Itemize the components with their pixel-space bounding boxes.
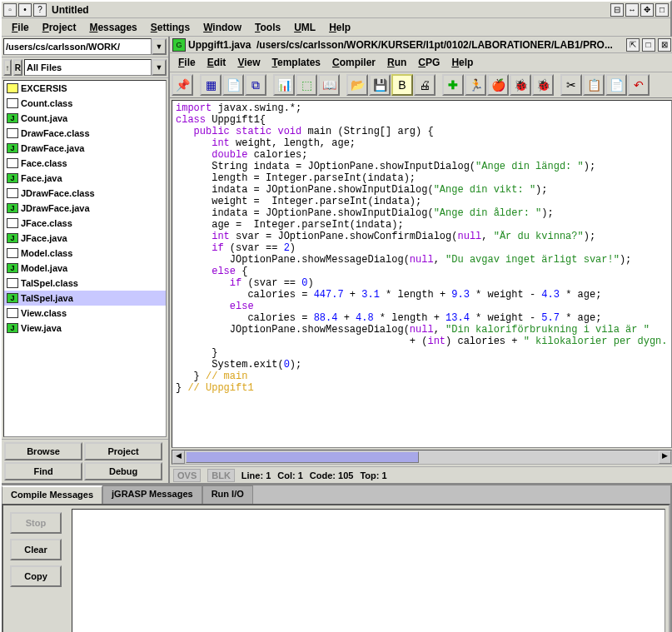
- print-icon[interactable]: 🖨: [414, 74, 436, 96]
- editor-menu-file[interactable]: File: [173, 55, 201, 70]
- menu-window[interactable]: Window: [198, 20, 246, 35]
- file-item[interactable]: JModel.java: [4, 261, 166, 276]
- tab-jgrasp-messages[interactable]: jGRASP Messages: [102, 485, 202, 504]
- tab-compile-messages[interactable]: Compile Messages: [2, 485, 102, 504]
- file-item[interactable]: JDrawFace.class: [4, 186, 166, 201]
- blk-indicator: BLK: [207, 469, 235, 482]
- filter-dropdown-icon[interactable]: ▼: [152, 59, 167, 76]
- java-icon: J: [7, 233, 18, 243]
- file-name: Face.class: [21, 158, 67, 168]
- path-dropdown-icon[interactable]: ▼: [152, 38, 167, 55]
- page-icon[interactable]: 📄: [222, 74, 244, 96]
- debug2-icon[interactable]: 🐞: [532, 74, 554, 96]
- win-menu-icon[interactable]: ▫: [3, 3, 17, 17]
- file-item[interactable]: JFace.class: [4, 216, 166, 231]
- file-name: Count.java: [21, 113, 67, 123]
- editor-hscrollbar[interactable]: ◀ ▶: [172, 450, 672, 465]
- file-item[interactable]: JTalSpel.java: [4, 291, 166, 306]
- file-item[interactable]: Count.class: [4, 96, 166, 111]
- up-dir-button[interactable]: ↑: [3, 59, 12, 76]
- code-editor[interactable]: import javax.swing.*; class Uppgift1{ pu…: [172, 100, 672, 448]
- win-min-icon[interactable]: •: [18, 3, 32, 17]
- file-name: Face.java: [21, 173, 62, 183]
- tab-run-io[interactable]: Run I/O: [202, 485, 253, 504]
- run-icon[interactable]: 🏃: [465, 74, 486, 96]
- number-icon[interactable]: ⧉: [245, 74, 266, 96]
- file-item[interactable]: View.class: [4, 306, 166, 321]
- copy-icon[interactable]: 📋: [583, 74, 605, 96]
- find-button[interactable]: Find: [4, 462, 82, 480]
- path-input[interactable]: [3, 38, 152, 55]
- file-item[interactable]: DrawFace.class: [4, 126, 166, 141]
- book-icon[interactable]: 📖: [318, 74, 340, 96]
- doc-icon: [7, 278, 18, 288]
- scroll-thumb[interactable]: [186, 451, 419, 463]
- file-item[interactable]: JJDrawFace.java: [4, 201, 166, 216]
- file-name: JDrawFace.class: [21, 188, 95, 198]
- debug-icon[interactable]: 🐞: [510, 74, 531, 96]
- win-min2-icon[interactable]: ⊟: [610, 3, 624, 17]
- apple-icon[interactable]: 🍎: [487, 74, 509, 96]
- refresh-button[interactable]: R: [13, 59, 22, 76]
- file-item[interactable]: Model.class: [4, 246, 166, 261]
- file-list[interactable]: EXCERSISCount.classJCount.javaDrawFace.c…: [3, 80, 167, 437]
- copy-button[interactable]: Copy: [10, 565, 62, 587]
- win-max-icon[interactable]: □: [655, 3, 669, 17]
- file-item[interactable]: TalSpel.class: [4, 276, 166, 291]
- scroll-right-icon[interactable]: ▶: [659, 450, 671, 464]
- editor-menu-templates[interactable]: Templates: [267, 55, 326, 70]
- csd-icon[interactable]: ▦: [200, 74, 222, 96]
- menu-project[interactable]: Project: [37, 20, 82, 35]
- win-q-icon[interactable]: ?: [33, 3, 47, 17]
- editor-statusbar: OVS BLK Line: 1 Col: 1 Code: 105 Top: 1: [170, 466, 672, 483]
- file-item[interactable]: JView.java: [4, 321, 166, 336]
- file-filter-select[interactable]: [24, 59, 152, 76]
- browse-button[interactable]: Browse: [4, 442, 82, 460]
- file-item[interactable]: Face.class: [4, 156, 166, 171]
- editor-max-icon[interactable]: □: [642, 38, 655, 52]
- project-button[interactable]: Project: [84, 442, 162, 460]
- editor-restore-icon[interactable]: ⇱: [626, 38, 640, 52]
- editor-menu-run[interactable]: Run: [382, 55, 411, 70]
- debug-button[interactable]: Debug: [84, 462, 162, 480]
- win-vsize-icon[interactable]: ✥: [640, 3, 654, 17]
- menu-uml[interactable]: UML: [289, 20, 321, 35]
- file-item[interactable]: JJFace.java: [4, 231, 166, 246]
- editor-close-icon[interactable]: ⊠: [658, 38, 671, 52]
- clear-button[interactable]: Clear: [10, 539, 62, 560]
- editor-menu-help[interactable]: Help: [446, 55, 478, 70]
- pin-icon[interactable]: 📌: [172, 74, 193, 96]
- menu-tools[interactable]: Tools: [250, 20, 286, 35]
- editor-panel: G Uppgift1.java /users/cs/carlsson/WORK/…: [170, 37, 672, 483]
- menu-messages[interactable]: Messages: [84, 20, 142, 35]
- file-item[interactable]: EXCERSIS: [4, 81, 166, 96]
- save-icon[interactable]: 💾: [369, 74, 391, 96]
- paste-icon[interactable]: 📄: [605, 74, 627, 96]
- menu-help[interactable]: Help: [324, 20, 356, 35]
- editor-menu-cpg[interactable]: CPG: [413, 55, 445, 70]
- doc-icon: [7, 188, 18, 198]
- scroll-left-icon[interactable]: ◀: [172, 450, 185, 464]
- folder-icon: [7, 83, 18, 93]
- file-item[interactable]: JCount.java: [4, 111, 166, 126]
- cut-icon[interactable]: ✂: [560, 74, 582, 96]
- editor-menu-edit[interactable]: Edit: [202, 55, 231, 70]
- editor-menu-view[interactable]: View: [232, 55, 265, 70]
- editor-menu-compiler[interactable]: Compiler: [327, 55, 381, 70]
- java-icon: J: [7, 173, 18, 183]
- file-name: Model.java: [21, 263, 67, 273]
- menu-file[interactable]: File: [7, 20, 34, 35]
- messages-output[interactable]: [72, 509, 665, 632]
- browse-icon[interactable]: B: [391, 74, 413, 96]
- uml-icon[interactable]: ⬚: [296, 74, 317, 96]
- win-hsize-icon[interactable]: ↔: [625, 3, 639, 17]
- file-name: JDrawFace.java: [21, 203, 90, 213]
- line-status: Line: 1: [241, 470, 271, 480]
- open-icon[interactable]: 📂: [346, 74, 368, 96]
- chart-icon[interactable]: 📊: [273, 74, 295, 96]
- menu-settings[interactable]: Settings: [146, 20, 195, 35]
- compile-plus-icon[interactable]: ✚: [442, 74, 464, 96]
- file-item[interactable]: JDrawFace.java: [4, 141, 166, 156]
- undo-icon[interactable]: ↶: [628, 74, 650, 96]
- file-item[interactable]: JFace.java: [4, 171, 166, 186]
